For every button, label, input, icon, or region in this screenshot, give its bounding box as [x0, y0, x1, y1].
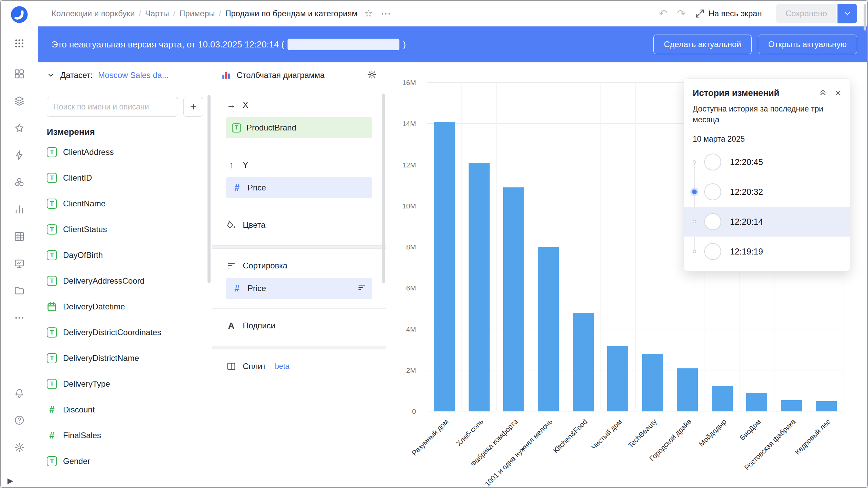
version-radio[interactable] [704, 154, 721, 170]
workbooks-icon[interactable] [12, 94, 27, 108]
favorite-star-icon[interactable]: ☆ [364, 8, 373, 19]
favorites-icon[interactable] [12, 121, 27, 136]
add-field-button[interactable]: + [183, 97, 203, 117]
notifications-icon[interactable] [12, 386, 27, 401]
dataset-chevron-down-icon[interactable] [47, 71, 55, 79]
breadcrumb-item[interactable]: Чарты [145, 9, 169, 18]
bar-Мойдодыр[interactable] [712, 386, 733, 411]
v-gridline [670, 83, 670, 411]
bar-Хлеб-соль[interactable] [469, 163, 490, 411]
dataset-field[interactable]: #Discount [47, 397, 209, 423]
dataset-field[interactable]: #FinalSales [47, 423, 209, 448]
dataset-field[interactable]: TGender [47, 448, 209, 474]
config-scrollbar[interactable] [382, 94, 385, 283]
number-field-icon: # [47, 430, 57, 441]
page-scrollbar[interactable] [864, 4, 866, 30]
settings-gear-icon[interactable] [12, 440, 27, 455]
apps-grid-icon[interactable] [12, 36, 27, 51]
fullscreen-button[interactable]: На весь экран [695, 9, 762, 18]
column-chart-icon[interactable] [221, 70, 231, 80]
chart-settings-gear-icon[interactable] [367, 69, 377, 81]
charts-icon[interactable] [12, 202, 27, 217]
more-actions-icon[interactable]: ⋯ [381, 7, 392, 19]
dataset-scrollbar[interactable] [208, 95, 211, 283]
string-field-icon: T [47, 224, 57, 235]
breadcrumb-item[interactable]: Коллекции и воркбуки [52, 9, 135, 18]
timeline-dot [693, 220, 696, 223]
breadcrumb-item[interactable]: Продажи по брендам и категориям [225, 9, 357, 18]
y-axis-tick-label: 8M [406, 243, 416, 251]
undo-icon[interactable]: ↶ [659, 7, 667, 19]
history-version-row[interactable]: 12:20:14 [684, 207, 850, 237]
chart-config-panel: Столбчатая диаграмма → X T ProductBrand [212, 62, 386, 487]
dataset-search-row: + [38, 88, 212, 119]
version-radio[interactable] [704, 183, 721, 200]
sort-field-chip[interactable]: # Price [226, 278, 372, 299]
dataset-field[interactable]: TDeliveryDistrictName [47, 345, 209, 371]
chart-type-header: Столбчатая диаграмма [212, 62, 386, 88]
close-history-icon[interactable]: × [835, 87, 841, 98]
split-section: Сплит beta [212, 349, 386, 375]
dashboards-icon[interactable] [12, 256, 27, 271]
number-field-icon: # [232, 283, 242, 294]
topbar-right: ↶ ↷ На весь экран Сохранено [659, 4, 857, 23]
x-field-chip[interactable]: T ProductBrand [226, 117, 372, 138]
bar-1001 и одна нужная мелочь[interactable] [538, 247, 559, 411]
saved-button[interactable]: Сохранено [776, 4, 836, 23]
bar-Чистый дом[interactable] [607, 346, 628, 411]
redo-icon[interactable]: ↷ [677, 7, 686, 19]
y-axis-tick-label: 16M [402, 79, 416, 87]
open-actual-button[interactable]: Открыть актуальную [758, 35, 857, 54]
collections-icon[interactable] [12, 66, 27, 81]
bar-Кедровый лес[interactable] [816, 401, 837, 411]
dataset-field[interactable]: TClientName [47, 191, 209, 217]
dataset-field[interactable]: TClientStatus [47, 217, 209, 242]
sort-direction-icon[interactable] [357, 283, 366, 294]
dataset-name-link[interactable]: Moscow Sales da... [98, 70, 169, 80]
services-icon[interactable] [12, 175, 27, 190]
dataset-header: Датасет: Moscow Sales da... [38, 62, 212, 88]
datalens-logo-icon[interactable] [9, 5, 29, 24]
split-section-label: Сплит [243, 362, 266, 371]
version-radio[interactable] [704, 213, 721, 230]
history-version-row[interactable]: 12:19:19 [684, 237, 850, 266]
field-name: FinalSales [63, 431, 101, 440]
y-field-chip[interactable]: # Price [226, 177, 372, 198]
version-radio[interactable] [704, 243, 721, 260]
history-version-row[interactable]: 12:20:32 [684, 177, 850, 207]
storage-icon[interactable] [12, 283, 27, 298]
dataset-field[interactable]: TDayOfBirth [47, 242, 209, 268]
bar-БиоДом[interactable] [746, 393, 767, 411]
save-dropdown-button[interactable] [837, 4, 857, 23]
dataset-field[interactable]: TDeliveryAddressCoord [47, 268, 209, 294]
x-axis-category-label: Кедровый лес [793, 418, 832, 456]
breadcrumb-item[interactable]: Примеры [179, 9, 215, 18]
dataset-field[interactable]: DeliveryDatetime [47, 294, 209, 320]
dataset-field[interactable]: TDeliveryDistrictCoordinates [47, 320, 209, 345]
field-name: DeliveryAddressCoord [63, 276, 144, 286]
history-version-row[interactable]: 12:20:45 [684, 147, 850, 177]
bar-Городской драйв[interactable] [677, 368, 698, 411]
bar-Kitchen&Food[interactable] [573, 313, 594, 411]
bar-Фабрика комфорта[interactable] [503, 187, 524, 411]
string-field-icon: T [47, 276, 57, 286]
dataset-field[interactable]: TDeliveryType [47, 371, 209, 397]
collapse-history-icon[interactable] [818, 88, 827, 98]
history-title: История изменений [693, 88, 779, 98]
dataset-field[interactable]: TClientID [47, 165, 209, 191]
bar-Разумный дом[interactable] [434, 122, 455, 411]
quick-actions-icon[interactable] [12, 148, 27, 163]
tables-icon[interactable] [12, 229, 27, 244]
arrow-up-icon: ↑ [226, 160, 237, 170]
fields-list: TClientAddressTClientIDTClientNameTClien… [38, 139, 212, 474]
bar-Ростовская фабрика[interactable] [781, 400, 802, 411]
collapse-panel-icon[interactable]: ▶ [7, 476, 13, 485]
timeline-dot [692, 189, 697, 194]
more-services-icon[interactable] [12, 310, 27, 325]
make-actual-button[interactable]: Сделать актуальной [653, 35, 752, 54]
field-search-input[interactable] [47, 97, 178, 117]
help-icon[interactable] [12, 413, 27, 428]
dataset-field[interactable]: TClientAddress [47, 139, 209, 165]
string-field-icon: T [47, 456, 57, 466]
bar-TechBeauty[interactable] [642, 354, 663, 411]
